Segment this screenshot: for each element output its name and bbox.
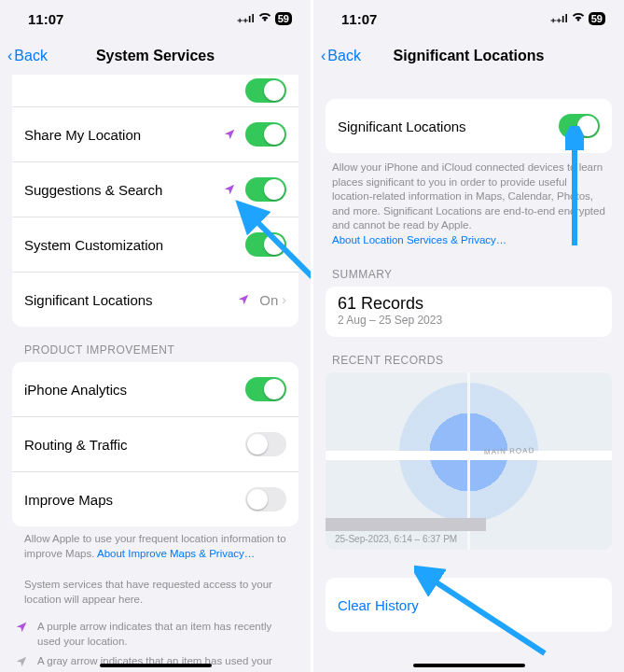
row-improve-maps[interactable]: Improve Maps	[12, 471, 298, 526]
toggle-unknown-top[interactable]	[245, 78, 286, 103]
clear-history-label: Clear History	[338, 597, 419, 613]
phone-system-services: 11:07 ₊₊ıl 59 ‹ Back System Services Sha	[0, 0, 311, 672]
row-label: Significant Locations	[24, 292, 237, 308]
clear-history-group: Clear History	[326, 578, 612, 632]
map-road	[326, 451, 612, 460]
signal-icon: ₊₊ıl	[550, 12, 568, 25]
toggle-share-my-location[interactable]	[245, 122, 286, 147]
status-bar: 11:07 ₊₊ıl 59	[313, 0, 624, 37]
battery-level: 59	[275, 12, 292, 25]
toggle-significant-locations[interactable]	[559, 114, 600, 138]
map-recent-record[interactable]: MAIN ROAD 25-Sep-2023, 6:14 – 6:37 PM	[326, 372, 612, 550]
location-arrow-icon	[237, 293, 250, 306]
row-value: On	[259, 292, 278, 308]
records-range: 2 Aug – 25 Sep 2023	[338, 314, 600, 327]
nav-header: ‹ Back Significant Locations	[313, 37, 624, 75]
map-caption: 25-Sep-2023, 6:14 – 6:37 PM	[335, 534, 457, 544]
row-system-customization[interactable]: System Customization	[12, 217, 298, 272]
back-button[interactable]: ‹ Back	[321, 48, 361, 64]
signal-icon: ₊₊ıl	[237, 12, 255, 25]
description: Allow your iPhone and iCloud connected d…	[313, 153, 624, 251]
location-arrow-icon	[15, 655, 30, 672]
summary-group: 61 Records 2 Aug – 25 Sep 2023	[326, 287, 612, 337]
toggle-suggestions[interactable]	[245, 177, 286, 202]
status-time: 11:07	[341, 11, 550, 27]
link-about-improve-maps[interactable]: About Improve Maps & Privacy…	[97, 548, 255, 559]
location-arrow-icon	[223, 183, 236, 196]
row-suggestions-search[interactable]: Suggestions & Search	[12, 161, 298, 217]
toggle-system-customization[interactable]	[245, 232, 286, 257]
footer-improve-maps: Allow Apple to use your frequent locatio…	[0, 526, 311, 565]
product-improvement-group: iPhone Analytics Routing & Traffic Impro…	[12, 362, 298, 526]
row-label: Suggestions & Search	[24, 182, 223, 198]
toggle-iphone-analytics[interactable]	[245, 377, 286, 401]
row-significant-locations-toggle[interactable]: Significant Locations	[326, 99, 612, 153]
row-records-summary[interactable]: 61 Records 2 Aug – 25 Sep 2023	[326, 287, 612, 337]
system-services-group: Share My Location Suggestions & Search S…	[12, 75, 298, 327]
sigloc-toggle-group: Significant Locations	[326, 99, 612, 153]
toggle-improve-maps[interactable]	[245, 487, 286, 511]
location-arrow-icon	[223, 128, 236, 141]
row-iphone-analytics[interactable]: iPhone Analytics	[12, 362, 298, 416]
chevron-left-icon: ‹	[321, 48, 326, 64]
row-significant-locations[interactable]: Significant Locations On ›	[12, 272, 298, 327]
link-about-location-services[interactable]: About Location Services & Privacy…	[332, 234, 506, 245]
nav-header: ‹ Back System Services	[0, 37, 311, 75]
clear-history-button[interactable]: Clear History	[326, 578, 612, 632]
records-count: 61 Records	[338, 294, 600, 314]
chevron-right-icon: ›	[282, 292, 286, 307]
map-overlay-bar	[326, 518, 486, 531]
wifi-icon	[258, 12, 271, 25]
description-text: Allow your iPhone and iCloud connected d…	[332, 161, 605, 231]
row-share-my-location[interactable]: Share My Location	[12, 106, 298, 161]
row-label: Improve Maps	[24, 492, 245, 508]
wifi-icon	[572, 12, 585, 25]
location-arrow-icon	[15, 621, 30, 649]
status-right: ₊₊ıl 59	[237, 12, 292, 25]
home-indicator	[100, 664, 212, 667]
row-routing-traffic[interactable]: Routing & Traffic	[12, 416, 298, 471]
chevron-left-icon: ‹	[7, 48, 12, 64]
row-label: System Customization	[24, 237, 245, 253]
toggle-routing-traffic[interactable]	[245, 432, 286, 456]
status-right: ₊₊ıl 59	[550, 12, 605, 25]
section-header-recent: RECENT RECORDS	[313, 337, 624, 372]
row-label: iPhone Analytics	[24, 382, 245, 398]
status-time: 11:07	[28, 11, 237, 27]
status-bar: 11:07 ₊₊ıl 59	[0, 0, 311, 37]
section-header-summary: SUMMARY	[313, 251, 624, 287]
back-button[interactable]: ‹ Back	[7, 48, 48, 64]
row-label: Routing & Traffic	[24, 437, 245, 453]
section-header-product-improvement: PRODUCT IMPROVEMENT	[0, 327, 311, 362]
legend-purple-text: A purple arrow indicates that an item ha…	[37, 620, 292, 649]
row-label: Significant Locations	[338, 119, 559, 134]
battery-level: 59	[589, 12, 605, 25]
home-indicator	[413, 664, 525, 667]
back-label: Back	[327, 48, 361, 64]
phone-significant-locations: 11:07 ₊₊ıl 59 ‹ Back Significant Locatio…	[313, 0, 624, 672]
row-label: Share My Location	[24, 127, 223, 143]
back-label: Back	[14, 48, 48, 64]
footer-requested: System services that have requested acce…	[0, 565, 311, 610]
